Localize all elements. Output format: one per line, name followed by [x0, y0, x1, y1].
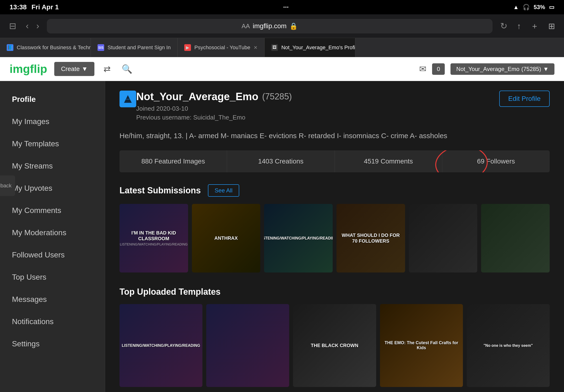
create-button[interactable]: Create ▼: [54, 62, 94, 76]
top-templates-header: Top Uploaded Templates: [120, 287, 550, 297]
status-dots: ···: [283, 3, 289, 11]
lock-icon: 🔒: [289, 22, 298, 30]
template-thumb-2[interactable]: [206, 304, 289, 387]
submission-thumb-4[interactable]: WHAT SHOULD I DO FOR 70 FOLLOWERS: [336, 204, 405, 272]
stat-followers-label: 69 Followers: [477, 157, 515, 165]
submission-text-2: ANTHRAX: [214, 235, 238, 241]
edit-profile-button[interactable]: Edit Profile: [499, 91, 550, 107]
back-button[interactable]: ‹: [24, 19, 31, 33]
sidebar-item-my-upvotes[interactable]: My Upvotes: [0, 177, 105, 199]
sidebar-item-my-comments[interactable]: My Comments: [0, 199, 105, 222]
sidebar-item-top-users[interactable]: Top Users: [0, 266, 105, 288]
sidebar: Profile My Images My Templates My Stream…: [0, 81, 105, 392]
sidebar-item-profile[interactable]: Profile: [0, 88, 105, 111]
submission-text-1: I'M IN THE BAD KID CLASSROOM: [122, 230, 186, 241]
sidebar-item-my-moderations[interactable]: My Moderations: [0, 222, 105, 244]
profile-username: Not_Your_Average_Emo: [136, 91, 258, 102]
sidebar-toggle-button[interactable]: ⊟: [7, 19, 18, 33]
latest-submissions-header: Latest Submissions See All: [120, 184, 550, 197]
submission-content-1: I'M IN THE BAD KID CLASSROOM LISTENING/W…: [120, 204, 188, 272]
template-thumb-3[interactable]: THE BLACK CROWN: [293, 304, 376, 387]
imgflip-logo: imgflip: [10, 62, 47, 76]
submission-thumb-3[interactable]: LISTENING/WATCHING/PLAYING/READING: [264, 204, 333, 272]
tab-classwork[interactable]: 📘 Classwork for Business & Technolog...: [0, 38, 91, 57]
header-right: ✉ 0 Not_Your_Average_Emo (75285) ▼: [419, 63, 554, 75]
status-bar-center: ···: [283, 3, 289, 11]
status-bar-left: 13:38 Fri Apr 1: [10, 3, 59, 11]
tab-imgflip[interactable]: 🖼 Not_Your_Average_Emo's Profile - I... …: [264, 38, 355, 57]
sidebar-item-notifications[interactable]: Notifications: [0, 310, 105, 333]
address-bar[interactable]: AA imgflip.com 🔒: [47, 19, 493, 33]
sidebar-label-settings: Settings: [12, 339, 40, 348]
profile-prev-username: Previous username: Suicidal_The_Emo: [136, 114, 292, 121]
submission-thumb-2[interactable]: ANTHRAX: [192, 204, 261, 272]
submission-content-6: [481, 204, 550, 272]
create-arrow-icon: ▼: [82, 65, 88, 73]
profile-info: Not_Your_Average_Emo (75285) Joined 2020…: [136, 91, 292, 121]
forward-button[interactable]: ›: [34, 19, 41, 33]
top-templates-title: Top Uploaded Templates: [120, 287, 220, 297]
feedback-tab[interactable]: Feedback: [0, 175, 15, 196]
submission-text-4: WHAT SHOULD I DO FOR 70 FOLLOWERS: [339, 232, 403, 244]
sidebar-label-my-templates: My Templates: [12, 139, 59, 148]
submission-thumb-5[interactable]: [409, 204, 478, 272]
logo-text-img: img: [10, 63, 30, 75]
tab-label-sis: Student and Parent Sign In: [108, 44, 171, 51]
sidebar-item-messages[interactable]: Messages: [0, 288, 105, 310]
sidebar-label-followed-users: Followed Users: [12, 251, 65, 259]
search-button[interactable]: 🔍: [120, 62, 134, 76]
wifi-icon: ▲: [513, 4, 519, 11]
nav-buttons: ‹ ›: [24, 19, 41, 33]
user-menu-button[interactable]: Not_Your_Average_Emo (75285) ▼: [451, 63, 554, 75]
tab-sis[interactable]: SIS Student and Parent Sign In: [91, 38, 178, 57]
reload-button[interactable]: ↻: [498, 19, 509, 33]
stats-bar: 880 Featured Images 1403 Creations 4519 …: [120, 150, 550, 172]
top-templates-grid: LISTENING/WATCHING/PLAYING/READING THE B…: [120, 304, 550, 387]
stat-featured-images[interactable]: 880 Featured Images: [120, 150, 227, 172]
headphone-icon: 🎧: [523, 4, 530, 11]
sidebar-item-followed-users[interactable]: Followed Users: [0, 244, 105, 266]
template-content-4: THE EMO: The Cutest Fall Crafts for Kids: [380, 304, 463, 387]
sidebar-label-my-streams: My Streams: [12, 162, 53, 170]
template-thumb-5[interactable]: "No one is who they seem": [467, 304, 550, 387]
sidebar-label-messages: Messages: [12, 295, 47, 304]
template-text-1: LISTENING/WATCHING/PLAYING/READING: [122, 343, 200, 348]
sidebar-item-my-templates[interactable]: My Templates: [0, 133, 105, 155]
sidebar-label-top-users: Top Users: [12, 273, 46, 281]
sidebar-label-my-moderations: My Moderations: [12, 228, 67, 237]
avatar-svg: [122, 93, 134, 105]
avatar: [120, 91, 136, 107]
stat-featured-label: 880 Featured Images: [141, 157, 205, 165]
tab-favicon-youtube: ▶: [184, 44, 191, 51]
template-thumb-4[interactable]: THE EMO: The Cutest Fall Crafts for Kids: [380, 304, 463, 387]
new-tab-button[interactable]: ＋: [529, 19, 541, 33]
stat-followers[interactable]: 69 Followers: [442, 150, 550, 172]
share-button[interactable]: ↑: [515, 20, 523, 33]
tabs-button[interactable]: ⊞: [546, 19, 557, 33]
user-menu-arrow-icon: ▼: [543, 66, 549, 72]
template-content-5: "No one is who they seem": [467, 304, 550, 387]
status-bar-right: ▲ 🎧 53% ▭: [513, 4, 554, 11]
shuffle-button[interactable]: ⇄: [102, 62, 112, 76]
sidebar-item-settings[interactable]: Settings: [0, 333, 105, 355]
mail-icon[interactable]: ✉: [419, 64, 426, 74]
stat-comments[interactable]: 4519 Comments: [335, 150, 442, 172]
template-thumb-1[interactable]: LISTENING/WATCHING/PLAYING/READING: [120, 304, 202, 387]
feedback-label: Feedback: [0, 183, 12, 189]
submission-thumb-1[interactable]: I'M IN THE BAD KID CLASSROOM LISTENING/W…: [120, 204, 188, 272]
latest-submissions-grid: I'M IN THE BAD KID CLASSROOM LISTENING/W…: [120, 204, 550, 272]
notification-badge[interactable]: 0: [432, 63, 445, 75]
sidebar-item-my-images[interactable]: My Images: [0, 111, 105, 133]
template-text-4: THE EMO: The Cutest Fall Crafts for Kids: [382, 340, 461, 351]
tab-close-youtube[interactable]: ✕: [254, 45, 258, 50]
template-content-2: [206, 304, 289, 387]
sidebar-item-my-streams[interactable]: My Streams: [0, 155, 105, 177]
tab-youtube[interactable]: ▶ Psychosocial - YouTube ✕: [178, 38, 264, 57]
status-time: 13:38: [10, 3, 27, 11]
submission-thumb-6[interactable]: [481, 204, 550, 272]
see-all-button[interactable]: See All: [208, 184, 239, 197]
profile-points: (75285): [262, 92, 292, 102]
template-text-5: "No one is who they seem": [483, 343, 533, 348]
stat-creations[interactable]: 1403 Creations: [227, 150, 335, 172]
app-header: imgflip Create ▼ ⇄ 🔍 ✉ 0 Not_Your_Averag…: [0, 57, 564, 81]
